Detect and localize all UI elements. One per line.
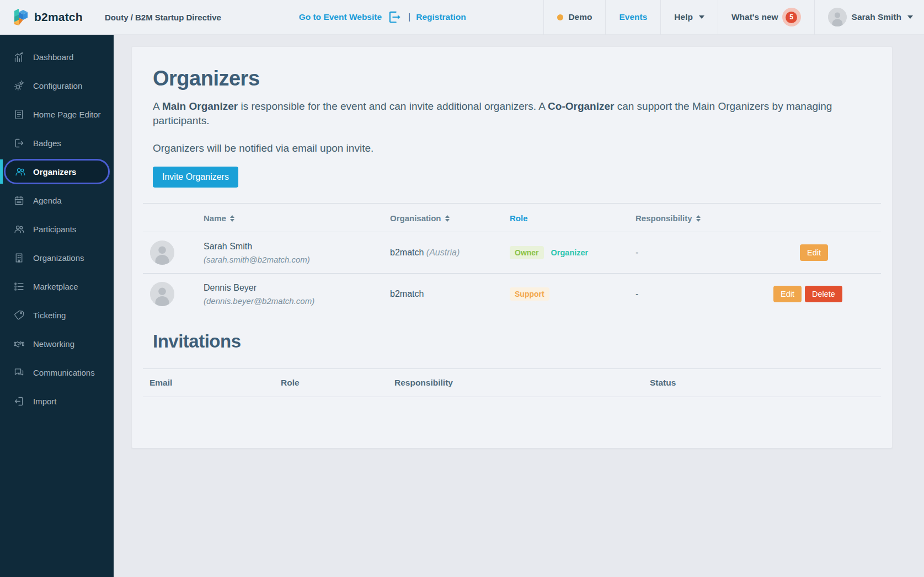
sidebar-item-home-page-editor[interactable]: Home Page Editor	[0, 100, 114, 129]
table-row: Dennis Beyer (dennis.beyer@b2match.com) …	[143, 274, 881, 314]
badge-export-icon	[13, 137, 25, 149]
sidebar-item-organizations[interactable]: Organizations	[0, 243, 114, 272]
organizer-name: Sarah Smith	[204, 242, 390, 252]
sidebar-item-label: Configuration	[33, 81, 82, 90]
events-link[interactable]: Events	[619, 12, 647, 22]
row-avatar-cell	[143, 241, 204, 265]
sidebar-item-participants[interactable]: Participants	[0, 215, 114, 243]
column-header-email: Email	[149, 378, 281, 388]
link-separator: |	[408, 12, 410, 22]
chevron-down-icon	[699, 15, 704, 19]
handshake-icon	[13, 338, 25, 350]
owner-badge: Owner	[510, 246, 544, 259]
actions-cell: Edit Delete	[773, 286, 895, 302]
help-menu[interactable]: Help	[661, 0, 718, 34]
sidebar-item-label: Import	[33, 397, 57, 406]
help-label: Help	[674, 12, 693, 22]
organizers-description: A Main Organizer is responsible for the …	[153, 99, 871, 128]
demo-status-dot	[557, 14, 563, 20]
edit-button[interactable]: Edit	[800, 244, 828, 261]
sidebar-item-label: Communications	[33, 368, 95, 377]
sidebar-item-label: Ticketing	[33, 311, 66, 320]
sidebar-item-label: Participants	[33, 225, 76, 234]
role-cell: Support	[510, 287, 635, 301]
invitations-title: Invitations	[153, 331, 871, 352]
events-nav[interactable]: Events	[606, 0, 660, 34]
chevron-down-icon	[907, 15, 913, 19]
column-header-responsibility[interactable]: Responsibility	[635, 213, 773, 223]
sidebar-item-dashboard[interactable]: Dashboard	[0, 42, 114, 71]
sidebar-item-import[interactable]: Import	[0, 387, 114, 415]
building-icon	[13, 252, 25, 264]
edit-button[interactable]: Edit	[773, 286, 802, 302]
organizer-email: (sarah.smith@b2match.com)	[204, 255, 390, 264]
sidebar-item-label: Marketplace	[33, 282, 78, 291]
page-title: Organizers	[153, 67, 871, 90]
sidebar-item-networking[interactable]: Networking	[0, 329, 114, 358]
sidebar-item-badges[interactable]: Badges	[0, 129, 114, 157]
column-header-organisation[interactable]: Organisation	[390, 213, 510, 223]
responsibility-cell: -	[635, 289, 773, 299]
invitations-table-header: Email Role Responsibility Status	[143, 368, 881, 397]
organizer-role-label: Organizer	[551, 248, 589, 257]
sidebar-item-label: Badges	[33, 138, 61, 148]
people-icon	[14, 165, 26, 178]
sidebar-item-label: Agenda	[33, 196, 62, 205]
b2match-logo-icon	[12, 8, 29, 26]
sidebar-item-label: Home Page Editor	[33, 110, 101, 119]
sidebar-item-communications[interactable]: Communications	[0, 358, 114, 387]
breadcrumb: Douty / B2M Startup Directive	[105, 13, 221, 22]
tag-icon	[13, 309, 25, 321]
bar-chart-icon	[13, 51, 25, 63]
invite-organizers-button[interactable]: Invite Organizers	[153, 167, 238, 188]
sidebar-item-configuration[interactable]: Configuration	[0, 71, 114, 100]
organisation-cell: b2match	[390, 289, 510, 299]
active-item-accent-bar	[0, 159, 3, 184]
sidebar-item-agenda[interactable]: Agenda	[0, 186, 114, 215]
organizer-name: Dennis Beyer	[204, 283, 390, 293]
logo-text: b2match	[34, 10, 83, 24]
column-header-role[interactable]: Role	[510, 213, 635, 223]
whats-new-menu[interactable]: What's new 5	[718, 0, 814, 34]
sidebar-item-organizers[interactable]: Organizers	[4, 159, 110, 184]
sort-icon	[230, 215, 234, 222]
sidebar-item-ticketing[interactable]: Ticketing	[0, 301, 114, 329]
column-header-name[interactable]: Name	[204, 213, 390, 223]
gear-icon	[13, 79, 25, 92]
notify-text: Organizers will be notified via email up…	[153, 142, 871, 154]
organisation-country: (Austria)	[426, 248, 460, 257]
go-to-event-website-link[interactable]: Go to Event Website	[299, 12, 382, 22]
organizers-table-header: Name Organisation Role Responsibility	[143, 203, 881, 232]
notification-count-badge: 5	[786, 12, 797, 23]
sort-icon	[445, 215, 450, 222]
header-event-links: Go to Event Website | Registration	[299, 10, 466, 24]
notification-badge-halo: 5	[782, 8, 801, 26]
sidebar-item-label: Organizations	[33, 253, 84, 263]
sidebar-item-marketplace[interactable]: Marketplace	[0, 272, 114, 301]
user-menu[interactable]: Sarah Smith	[815, 0, 924, 34]
chat-icon	[13, 366, 25, 378]
b2match-logo[interactable]: b2match	[0, 8, 97, 26]
registration-link[interactable]: Registration	[416, 12, 466, 22]
sidebar-item-label: Organizers	[33, 167, 76, 177]
organizer-email: (dennis.beyer@b2match.com)	[204, 296, 390, 306]
header-right-group: Demo Events Help What's new 5	[543, 0, 924, 34]
people-icon	[13, 223, 25, 235]
actions-cell: Edit	[773, 244, 881, 261]
list-icon	[13, 280, 25, 292]
demo-status: Demo	[544, 0, 605, 34]
column-header-responsibility: Responsibility	[394, 378, 650, 388]
calendar-icon	[13, 194, 25, 206]
demo-label: Demo	[568, 12, 592, 22]
sidebar-nav: Dashboard Configuration Home Page Editor…	[0, 35, 114, 577]
row-avatar-cell	[143, 282, 204, 306]
support-badge: Support	[510, 287, 549, 301]
delete-button[interactable]: Delete	[805, 286, 842, 302]
sidebar-item-label: Dashboard	[33, 52, 73, 62]
user-name: Sarah Smith	[852, 12, 901, 22]
main-content: Organizers A Main Organizer is responsib…	[114, 35, 924, 577]
table-row: Sarah Smith (sarah.smith@b2match.com) b2…	[143, 232, 881, 274]
invitations-table: Email Role Responsibility Status	[143, 368, 881, 397]
user-avatar	[828, 8, 847, 26]
top-header: b2match Douty / B2M Startup Directive Go…	[0, 0, 924, 35]
